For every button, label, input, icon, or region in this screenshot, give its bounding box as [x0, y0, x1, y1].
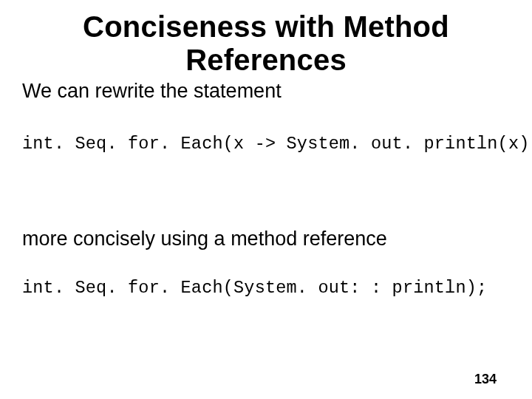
spacer — [22, 251, 510, 278]
spacer — [22, 154, 510, 228]
spacer — [22, 103, 510, 134]
body-text-2: more concisely using a method reference — [22, 228, 510, 251]
intro-text: We can rewrite the statement — [22, 80, 510, 103]
slide-title: Conciseness with Method References — [22, 10, 510, 77]
page-number: 134 — [474, 372, 497, 387]
code-lambda: int. Seq. for. Each(x -> System. out. pr… — [22, 134, 510, 154]
slide: Conciseness with Method References We ca… — [0, 0, 532, 399]
code-methodref: int. Seq. for. Each(System. out: : print… — [22, 278, 510, 298]
